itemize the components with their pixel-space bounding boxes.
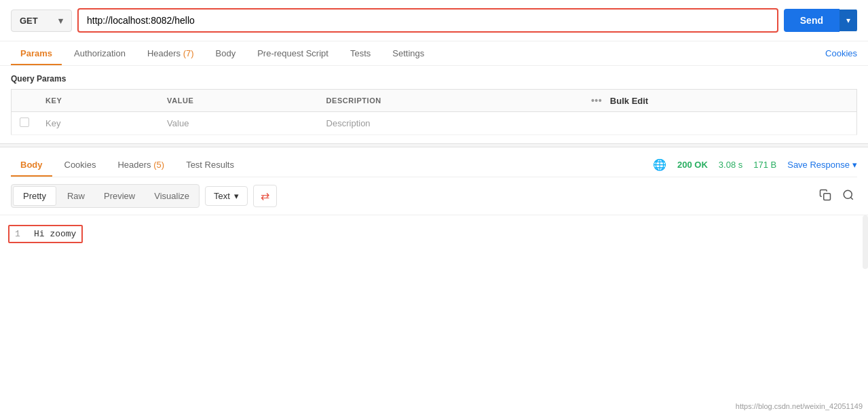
- method-label: GET: [20, 16, 38, 26]
- th-actions: ••• Bulk Edit: [583, 90, 857, 112]
- response-tab-cookies[interactable]: Cookies: [55, 153, 106, 177]
- status-code: 200 OK: [677, 160, 708, 170]
- tab-tests[interactable]: Tests: [341, 41, 380, 65]
- send-button[interactable]: Send: [784, 9, 839, 32]
- svg-line-2: [850, 197, 852, 199]
- table-row: Key Value Description: [12, 112, 857, 135]
- method-select[interactable]: GET ▾: [11, 10, 72, 32]
- query-params-section: Query Params KEY VALUE DESCRIPTION ••• B…: [0, 66, 868, 143]
- th-value: VALUE: [159, 90, 318, 112]
- format-tabs: Pretty Raw Preview Visualize: [11, 184, 200, 208]
- th-description: DESCRIPTION: [318, 90, 583, 112]
- checkbox[interactable]: [20, 118, 29, 127]
- top-bar: GET ▾ Send ▾: [0, 0, 868, 41]
- text-format-chevron: ▾: [234, 191, 239, 201]
- status-time: 3.08 s: [719, 160, 742, 170]
- th-key: KEY: [37, 90, 159, 112]
- tab-params[interactable]: Params: [11, 41, 62, 65]
- globe-icon: 🌐: [653, 158, 666, 171]
- text-format-dropdown[interactable]: Text ▾: [205, 186, 248, 206]
- send-button-group: Send ▾: [784, 9, 857, 32]
- row-actions-cell: [583, 112, 857, 135]
- headers-badge: (7): [183, 48, 194, 58]
- response-tab-body[interactable]: Body: [11, 153, 52, 177]
- more-icon[interactable]: •••: [591, 95, 602, 106]
- query-params-title: Query Params: [11, 74, 857, 84]
- method-chevron: ▾: [58, 16, 63, 26]
- format-tab-preview[interactable]: Preview: [94, 185, 145, 207]
- response-tabs: Body Cookies Headers (5) Test Results 🌐 …: [11, 153, 857, 177]
- copy-button[interactable]: [816, 186, 834, 206]
- line-number: 1: [15, 229, 26, 239]
- request-tabs: Params Authorization Headers (7) Body Pr…: [0, 41, 868, 66]
- tab-settings[interactable]: Settings: [383, 41, 434, 65]
- tab-pre-request-script[interactable]: Pre-request Script: [248, 41, 338, 65]
- response-status-area: 🌐 200 OK 3.08 s 171 B Save Response ▾: [653, 153, 857, 177]
- response-headers-badge: (5): [153, 160, 164, 170]
- response-tab-headers[interactable]: Headers (5): [108, 153, 174, 177]
- bulk-edit-button[interactable]: Bulk Edit: [610, 96, 648, 106]
- format-tab-pretty[interactable]: Pretty: [13, 186, 56, 206]
- response-section: Body Cookies Headers (5) Test Results 🌐 …: [0, 147, 868, 215]
- tab-headers[interactable]: Headers (7): [138, 41, 204, 65]
- response-line-highlighted: 1 Hi zoomy: [8, 225, 83, 243]
- format-tab-visualize[interactable]: Visualize: [145, 185, 199, 207]
- format-row: Pretty Raw Preview Visualize Text ▾ ⇄: [11, 177, 857, 215]
- format-tab-raw[interactable]: Raw: [58, 185, 94, 207]
- value-cell[interactable]: Value: [159, 112, 318, 135]
- response-content-wrapper: 1 Hi zoomy: [0, 215, 868, 269]
- response-actions: [816, 186, 857, 206]
- word-wrap-button[interactable]: ⇄: [253, 185, 277, 207]
- status-size: 171 B: [753, 160, 776, 170]
- tab-body[interactable]: Body: [206, 41, 246, 65]
- params-table: KEY VALUE DESCRIPTION ••• Bulk Edit Key …: [11, 89, 857, 135]
- cookies-link[interactable]: Cookies: [825, 48, 857, 58]
- line-content: Hi zoomy: [34, 229, 76, 239]
- save-response-button[interactable]: Save Response ▾: [787, 160, 857, 170]
- description-cell[interactable]: Description: [318, 112, 583, 135]
- scrollbar[interactable]: [863, 215, 868, 269]
- send-dropdown-button[interactable]: ▾: [839, 10, 857, 31]
- response-body: 1 Hi zoomy: [0, 215, 868, 253]
- key-cell[interactable]: Key: [37, 112, 159, 135]
- row-checkbox-cell: [12, 112, 38, 135]
- save-response-chevron: ▾: [852, 160, 857, 170]
- text-format-label: Text: [214, 191, 230, 201]
- th-checkbox: [12, 90, 38, 112]
- svg-point-1: [844, 190, 852, 198]
- tab-authorization[interactable]: Authorization: [64, 41, 135, 65]
- response-tab-test-results[interactable]: Test Results: [176, 153, 244, 177]
- search-button[interactable]: [839, 186, 857, 206]
- url-input[interactable]: [77, 8, 778, 33]
- svg-rect-0: [824, 193, 831, 200]
